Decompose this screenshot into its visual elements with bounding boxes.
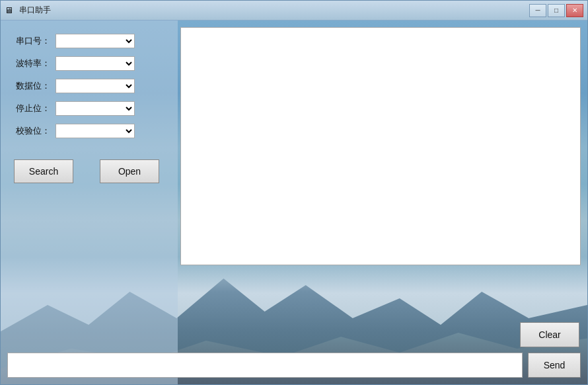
title-bar-left: 🖥 串口助手 — [5, 5, 51, 16]
display-panel — [180, 27, 581, 265]
maximize-button[interactable]: □ — [548, 4, 565, 17]
clear-button[interactable]: Clear — [520, 322, 579, 347]
stop-row: 停止位： 1 1.5 2 — [14, 101, 165, 116]
data-label: 数据位： — [14, 80, 50, 92]
port-row: 串口号： COM1 COM2 COM3 COM4 — [14, 34, 165, 48]
main-window: 🖥 串口助手 ─ □ ✕ 串口号： COM1 COM2 COM3 CO — [0, 0, 588, 385]
search-button[interactable]: Search — [14, 159, 73, 183]
app-icon: 🖥 — [5, 5, 15, 16]
send-input[interactable] — [7, 353, 523, 378]
parity-row: 校验位： None Odd Even — [14, 124, 165, 138]
content-area: 串口号： COM1 COM2 COM3 COM4 波特率： 9600 19200… — [1, 21, 587, 384]
data-select[interactable]: 5 6 7 8 — [55, 79, 135, 93]
parity-select[interactable]: None Odd Even — [55, 124, 135, 138]
stop-label: 停止位： — [14, 103, 50, 114]
action-buttons: Search Open — [14, 159, 165, 183]
clear-row: Clear — [7, 322, 581, 347]
close-button[interactable]: ✕ — [566, 4, 583, 17]
port-label: 串口号： — [14, 35, 50, 47]
open-button[interactable]: Open — [100, 159, 159, 183]
window-controls: ─ □ ✕ — [529, 4, 583, 17]
baud-label: 波特率： — [14, 58, 50, 69]
send-row: Send — [7, 353, 581, 378]
parity-label: 校验位： — [14, 125, 50, 137]
window-title: 串口助手 — [19, 5, 51, 16]
stop-select[interactable]: 1 1.5 2 — [55, 101, 135, 116]
minimize-button[interactable]: ─ — [529, 4, 546, 17]
title-bar: 🖥 串口助手 ─ □ ✕ — [1, 1, 587, 21]
bottom-panel: Clear Send — [7, 322, 581, 378]
data-row: 数据位： 5 6 7 8 — [14, 79, 165, 93]
send-button[interactable]: Send — [528, 353, 581, 378]
baud-select[interactable]: 9600 19200 38400 57600 115200 — [55, 56, 135, 71]
port-select[interactable]: COM1 COM2 COM3 COM4 — [55, 34, 135, 48]
baud-row: 波特率： 9600 19200 38400 57600 115200 — [14, 56, 165, 71]
